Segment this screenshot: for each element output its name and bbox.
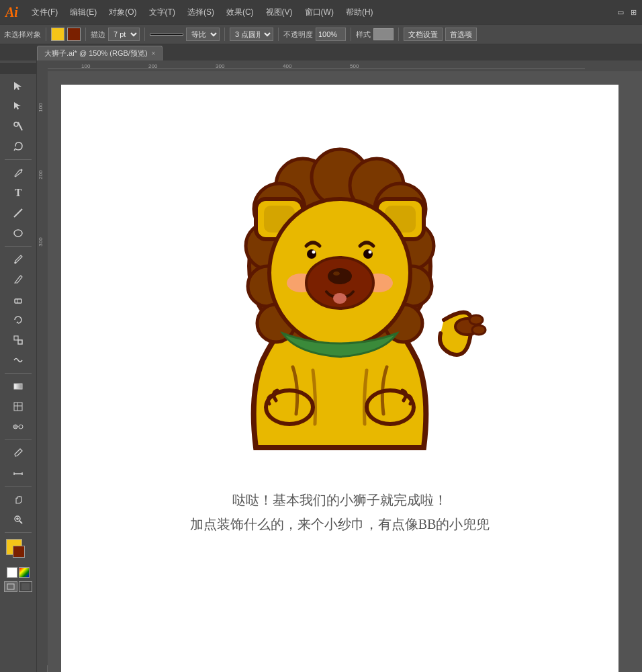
style-preview	[373, 28, 394, 40]
eyedropper-tool-btn[interactable]	[9, 444, 28, 462]
stroke-box[interactable]	[13, 546, 25, 558]
tool-separator-1	[5, 159, 32, 160]
menu-help[interactable]: 帮助(H)	[340, 4, 379, 21]
direct-selection-tool-btn[interactable]	[9, 97, 28, 116]
svg-text:200: 200	[38, 170, 44, 179]
app-logo: Ai	[5, 5, 18, 20]
zoom-tool-btn[interactable]	[9, 510, 28, 529]
stroke-type-select[interactable]: 等比	[186, 28, 220, 41]
svg-text:100: 100	[81, 63, 91, 69]
divider-3	[144, 28, 145, 41]
canvas-content: 哒哒！基本我们的小狮子就完成啦！ 加点装饰什么的，来个小纱巾，有点像BB的小兜兜	[48, 71, 642, 672]
menu-object[interactable]: 对象(O)	[103, 4, 142, 21]
tab-bar: 大狮子.ai* @ 150% (RGB/预览) ×	[0, 44, 642, 60]
main-layout: T	[0, 60, 642, 672]
svg-rect-13	[18, 340, 22, 344]
svg-point-7	[14, 230, 22, 237]
selection-tool-btn[interactable]	[9, 77, 28, 95]
svg-text:300: 300	[38, 237, 44, 247]
svg-point-64	[369, 251, 372, 254]
opacity-label: 不透明度	[283, 30, 313, 40]
toolbar: 未选择对象 描边 7 pt 等比 3 点圆形 不透明度 样式 文档设置 首选项	[0, 24, 642, 44]
blend-tool-btn[interactable]	[9, 417, 28, 436]
svg-point-43	[472, 325, 486, 335]
lion-illustration	[189, 105, 491, 474]
line-tool-btn[interactable]	[9, 204, 28, 222]
svg-line-25	[19, 521, 22, 523]
caption-line-1: 哒哒！基本我们的小狮子就完成啦！	[190, 488, 490, 512]
type-tool-btn[interactable]: T	[9, 183, 28, 202]
pencil-tool-btn[interactable]	[9, 270, 28, 289]
svg-point-69	[333, 271, 340, 276]
svg-point-70	[333, 293, 347, 304]
prefs-button[interactable]: 首选项	[445, 28, 477, 41]
magic-wand-tool-btn[interactable]	[9, 117, 28, 136]
menu-select[interactable]: 选择(S)	[182, 4, 220, 21]
divider-5	[278, 28, 279, 41]
svg-line-2	[18, 122, 22, 130]
svg-rect-12	[14, 336, 18, 340]
svg-point-19	[19, 425, 23, 429]
svg-point-42	[469, 315, 483, 325]
stroke-label: 描边	[91, 30, 105, 40]
color-boxes	[6, 539, 30, 563]
warp-tool-btn[interactable]	[9, 351, 28, 370]
tab-close-button[interactable]: ×	[152, 50, 156, 57]
paintbrush-tool-btn[interactable]	[9, 250, 28, 269]
doc-settings-button[interactable]: 文档设置	[404, 28, 443, 41]
measure-tool-btn[interactable]	[9, 464, 28, 482]
gradient-tool-btn[interactable]	[9, 377, 28, 396]
svg-text:100: 100	[38, 103, 44, 112]
menu-text[interactable]: 文字(T)	[144, 4, 181, 21]
fullscreen-btn[interactable]	[19, 581, 32, 592]
svg-marker-1	[14, 102, 21, 110]
tool-separator-2	[5, 246, 32, 247]
opacity-input[interactable]	[316, 28, 346, 41]
svg-point-3	[14, 122, 18, 126]
document-tab[interactable]: 大狮子.ai* @ 150% (RGB/预览) ×	[37, 46, 163, 60]
divider-1	[46, 28, 46, 41]
menu-window[interactable]: 窗口(W)	[300, 4, 339, 21]
svg-point-61	[307, 249, 316, 259]
menu-bar: Ai 文件(F) 编辑(E) 对象(O) 文字(T) 选择(S) 效果(C) 视…	[0, 0, 642, 24]
svg-point-68	[328, 268, 352, 284]
stroke-size-select[interactable]: 7 pt	[108, 28, 140, 41]
canvas-area: 100 200 300 400 500 100 200 300	[37, 60, 642, 672]
svg-text:300: 300	[216, 63, 225, 69]
svg-text:200: 200	[148, 63, 158, 69]
menu-view[interactable]: 视图(V)	[261, 4, 298, 21]
stroke-preview	[150, 34, 183, 36]
divider-4	[224, 28, 225, 41]
ellipse-tool-btn[interactable]	[9, 224, 28, 243]
rotate-tool-btn[interactable]	[9, 310, 28, 329]
left-toolbar: T	[0, 60, 37, 672]
point-select[interactable]: 3 点圆形	[230, 28, 273, 41]
hand-tool-btn[interactable]	[9, 490, 28, 509]
white-box[interactable]	[7, 567, 17, 578]
divider-2	[85, 28, 86, 41]
lasso-tool-btn[interactable]	[9, 137, 28, 156]
eraser-tool-btn[interactable]	[9, 290, 28, 309]
pen-tool-btn[interactable]	[9, 163, 28, 182]
svg-rect-15	[14, 403, 22, 411]
svg-rect-29	[21, 583, 30, 590]
tool-separator-6	[5, 532, 32, 533]
svg-text:400: 400	[283, 63, 292, 69]
color-mode-btn[interactable]	[19, 567, 30, 578]
svg-point-8	[15, 262, 17, 264]
mesh-tool-btn[interactable]	[9, 397, 28, 416]
ruler-left: 100 200 300	[37, 60, 48, 672]
svg-point-63	[312, 251, 316, 254]
menu-edit[interactable]: 编辑(E)	[64, 4, 102, 21]
normal-screen-btn[interactable]	[4, 581, 17, 592]
ruler-corner	[0, 63, 36, 74]
scale-tool-btn[interactable]	[9, 331, 28, 349]
fill-color-swatch[interactable]	[51, 28, 64, 41]
stroke-color-swatch[interactable]	[67, 28, 81, 41]
menu-file[interactable]: 文件(F)	[26, 4, 63, 21]
menu-effect[interactable]: 效果(C)	[221, 4, 259, 21]
svg-rect-9	[15, 299, 21, 303]
tool-separator-3	[5, 373, 32, 374]
svg-rect-37	[37, 60, 48, 665]
divider-7	[398, 28, 399, 41]
